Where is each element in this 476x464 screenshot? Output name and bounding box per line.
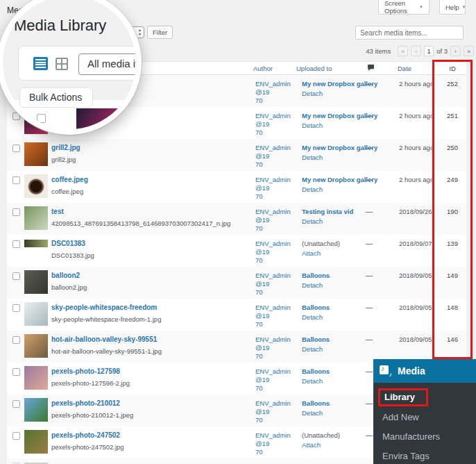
id-cell: 146 xyxy=(437,335,468,343)
media-icon: ♪♪ xyxy=(380,365,392,377)
last-page-button[interactable]: » xyxy=(464,46,474,56)
media-title-link[interactable]: pexels-photo-210012 xyxy=(51,399,253,408)
media-thumbnail[interactable] xyxy=(24,174,48,198)
all-media-dropdown[interactable]: All media items xyxy=(78,53,142,75)
media-thumbnail[interactable] xyxy=(24,206,48,230)
author-link[interactable]: ENV_admin@19 70 xyxy=(255,399,294,424)
id-cell: 250 xyxy=(437,144,468,151)
row-checkbox[interactable] xyxy=(12,240,20,248)
menu-item-library[interactable]: Library xyxy=(373,388,476,407)
column-header-uploaded-to[interactable]: Uploaded to xyxy=(296,65,332,72)
comment-count: — xyxy=(361,176,377,183)
author-line: ENV_admin@19 xyxy=(255,399,291,415)
media-thumbnail[interactable] xyxy=(24,430,48,454)
comment-count: — xyxy=(361,80,377,88)
attach-detach-link[interactable]: Detach xyxy=(302,377,371,386)
chevron-down-icon: ▼ xyxy=(462,5,466,9)
media-thumbnail[interactable] xyxy=(24,302,48,326)
media-thumbnail[interactable] xyxy=(24,398,48,422)
attach-detach-link[interactable]: Detach xyxy=(302,313,371,322)
row-checkbox[interactable] xyxy=(12,400,20,408)
author-link[interactable]: ENV_admin@19 70 xyxy=(255,367,294,392)
filter-button[interactable]: Filter xyxy=(147,26,173,39)
author-link[interactable]: ENV_admin@19 70 xyxy=(255,304,294,329)
media-thumbnail[interactable] xyxy=(24,334,48,358)
row-checkbox[interactable] xyxy=(12,176,20,184)
media-menu-header[interactable]: ♪♪ Media xyxy=(373,359,476,383)
screen-options-button[interactable]: Screen Options ▼ xyxy=(378,0,430,15)
media-title-link[interactable]: grill2.jpg xyxy=(51,144,253,152)
media-thumbnail[interactable] xyxy=(24,270,48,294)
file-cell: balloon2 balloon2.jpg xyxy=(51,272,253,291)
author-link[interactable]: ENV_admin@19 70 xyxy=(255,240,294,265)
attach-detach-link[interactable]: Detach xyxy=(302,345,371,354)
author-link[interactable]: ENV_admin@19 70 xyxy=(255,144,294,169)
media-title-link[interactable]: balloon2 xyxy=(51,272,253,280)
author-line: 70 xyxy=(255,416,263,424)
media-title-link[interactable]: test xyxy=(51,208,253,216)
column-header-date[interactable]: Date xyxy=(398,65,411,72)
author-line: ENV_admin@19 xyxy=(255,335,291,351)
author-link[interactable]: ENV_admin@19 70 xyxy=(255,112,294,137)
author-line: 70 xyxy=(255,192,263,200)
author-line: ENV_admin@19 xyxy=(255,240,291,256)
row-checkbox[interactable] xyxy=(12,208,20,216)
id-cell: 252 xyxy=(437,80,468,88)
menu-item-envira-tags[interactable]: Envira Tags xyxy=(373,446,476,464)
menu-item-manufacturers[interactable]: Manufacturers xyxy=(373,426,476,446)
column-header-author[interactable]: Author xyxy=(253,65,273,72)
media-title-link[interactable]: coffee.jpeg xyxy=(51,176,253,184)
select-arrows-icon: ▲▼ xyxy=(138,28,142,36)
attach-detach-link[interactable]: Detach xyxy=(302,90,371,98)
row-checkbox[interactable] xyxy=(12,304,20,312)
media-filename: sky-people-whitespace-freedom-1.jpg xyxy=(51,315,253,323)
id-cell: 249 xyxy=(437,176,468,183)
attach-detach-link[interactable]: Detach xyxy=(302,154,371,162)
media-title-link[interactable]: pexels-photo-127598 xyxy=(51,367,253,376)
media-thumbnail[interactable] xyxy=(24,142,48,166)
row-checkbox[interactable] xyxy=(37,114,46,123)
first-page-button[interactable]: « xyxy=(398,46,408,56)
media-title-link[interactable]: hot-air-balloon-valley-sky-99551 xyxy=(51,335,253,344)
author-link[interactable]: ENV_admin@19 70 xyxy=(255,272,294,297)
author-link[interactable]: ENV_admin@19 70 xyxy=(255,176,294,201)
grid-view-icon[interactable] xyxy=(56,58,68,70)
author-link[interactable]: ENV_admin@19 70 xyxy=(255,431,294,456)
row-checkbox[interactable] xyxy=(12,432,20,440)
attach-detach-link[interactable]: Detach xyxy=(302,122,371,130)
menu-item-add-new[interactable]: Add New xyxy=(373,407,476,426)
menu-item-label: Envira Tags xyxy=(382,451,430,461)
next-page-button[interactable]: › xyxy=(450,46,461,56)
help-button[interactable]: Help ▼ xyxy=(439,0,466,15)
author-link[interactable]: ENV_admin@19 70 xyxy=(255,335,294,361)
attach-detach-link[interactable]: Detach xyxy=(302,281,371,290)
media-title-link[interactable]: pexels-photo-247502 xyxy=(51,431,253,440)
comment-count: — xyxy=(361,240,377,247)
row-checkbox[interactable] xyxy=(12,336,20,344)
author-line: 70 xyxy=(255,256,263,264)
search-input[interactable] xyxy=(355,26,464,40)
attach-detach-link[interactable]: Attach xyxy=(302,249,371,258)
file-cell: pexels-photo-210012 pexels-photo-210012-… xyxy=(51,399,253,419)
attach-detach-link[interactable]: Detach xyxy=(302,185,371,194)
row-checkbox[interactable] xyxy=(12,272,20,280)
attach-detach-link[interactable]: Attach xyxy=(302,441,371,449)
author-line: ENV_admin@19 xyxy=(255,272,291,288)
author-line: ENV_admin@19 xyxy=(255,176,291,192)
list-view-icon[interactable] xyxy=(33,57,48,70)
media-thumbnail[interactable] xyxy=(24,366,48,390)
media-title-link[interactable]: DSC01383 xyxy=(51,240,253,248)
row-checkbox[interactable] xyxy=(12,144,20,152)
row-checkbox[interactable] xyxy=(12,368,20,376)
author-link[interactable]: ENV_admin@19 70 xyxy=(255,80,294,105)
prev-page-button[interactable]: ‹ xyxy=(411,46,421,56)
media-title-link[interactable]: sky-people-whitespace-freedom xyxy=(51,304,253,312)
file-cell: coffee.jpeg coffee.jpeg xyxy=(51,176,253,195)
author-link[interactable]: ENV_admin@19 70 xyxy=(255,208,294,233)
bulk-actions-dropdown[interactable]: Bulk Actions xyxy=(19,88,93,108)
file-cell: DSC01383 DSC01383.jpg xyxy=(51,240,253,259)
attach-detach-link[interactable]: Detach xyxy=(302,217,371,226)
id-cell: 139 xyxy=(437,240,468,247)
media-thumbnail[interactable] xyxy=(24,238,48,262)
attach-detach-link[interactable]: Detach xyxy=(302,409,371,417)
